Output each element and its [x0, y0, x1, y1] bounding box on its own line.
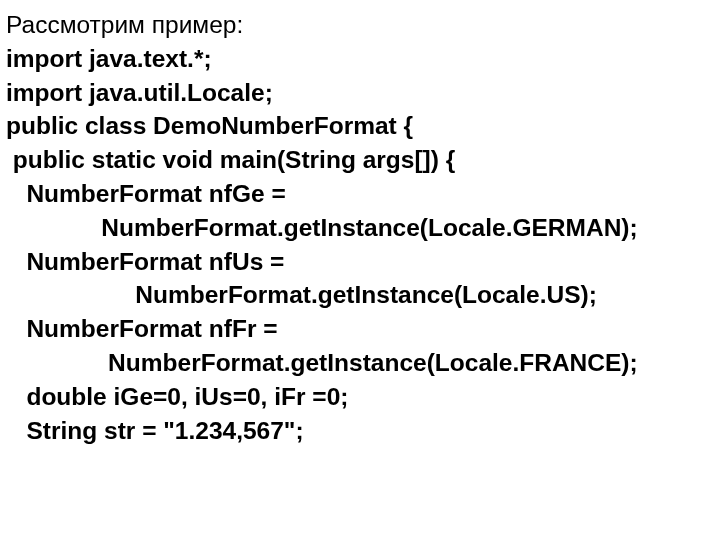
slide-content: Рассмотрим пример: import java.text.*; i… [0, 0, 720, 447]
code-line: String str = "1.234,567"; [6, 414, 714, 448]
code-line: double iGe=0, iUs=0, iFr =0; [6, 380, 714, 414]
code-line: import java.text.*; [6, 42, 714, 76]
intro-text: Рассмотрим пример: [6, 8, 714, 42]
code-line: import java.util.Locale; [6, 76, 714, 110]
code-line: NumberFormat.getInstance(Locale.GERMAN); [6, 211, 714, 245]
code-line: public static void main(String args[]) { [6, 143, 714, 177]
code-line: NumberFormat nfGe = [6, 177, 714, 211]
code-line: NumberFormat nfUs = [6, 245, 714, 279]
code-line: NumberFormat.getInstance(Locale.US); [6, 278, 714, 312]
code-line: NumberFormat nfFr = [6, 312, 714, 346]
code-line: NumberFormat.getInstance(Locale.FRANCE); [6, 346, 714, 380]
code-line: public class DemoNumberFormat { [6, 109, 714, 143]
